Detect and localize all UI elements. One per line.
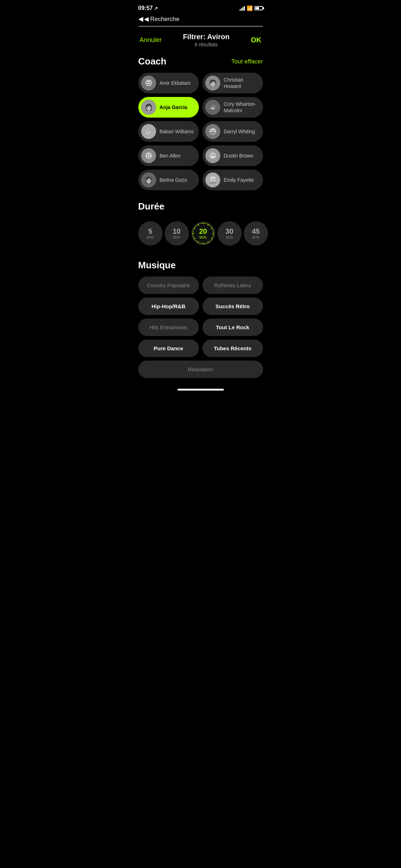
- coach-item-dustin[interactable]: 😁Dustin Brown: [202, 145, 263, 166]
- cancel-button[interactable]: Annuler: [140, 36, 162, 44]
- duration-circle-45[interactable]: 45MIN: [244, 221, 268, 246]
- home-indicator: [131, 382, 270, 394]
- coach-avatar-christian: 🧑: [205, 76, 220, 91]
- music-grid: Country PopulaireRythmes LatinsHip-Hop/R…: [138, 277, 263, 378]
- coach-item-anja[interactable]: 👩Anja Garcia: [138, 97, 199, 118]
- music-item-hiphop[interactable]: Hip-Hop/R&B: [138, 298, 199, 315]
- coach-name-emily: Emily Fayette: [224, 177, 254, 183]
- coach-avatar-anja: 👩: [141, 100, 156, 115]
- coach-avatar-amir: 😊: [141, 76, 156, 91]
- duration-circle-30[interactable]: 30MIN: [217, 221, 242, 246]
- music-item-retro[interactable]: Succès Rétro: [202, 298, 263, 315]
- coach-item-cory[interactable]: 🧢Cory Wharton-Malcolm: [202, 97, 263, 118]
- coach-name-betina: Betina Gozo: [160, 177, 187, 183]
- location-icon: ↗: [154, 6, 158, 11]
- home-bar: [178, 389, 224, 391]
- status-time: 09:57: [138, 5, 153, 11]
- music-item-relax[interactable]: Relaxation: [138, 361, 263, 378]
- coach-item-betina[interactable]: 👩Betina Gozo: [138, 170, 199, 190]
- coach-item-amir[interactable]: 😊Amir Ekbatani: [138, 73, 199, 93]
- music-item-rock[interactable]: Tout Le Rock: [202, 319, 263, 336]
- header-center: Filtrer: Aviron 6 résultats: [183, 33, 230, 47]
- back-label: ◀ Recherche: [144, 15, 180, 23]
- wifi-icon: 📶: [247, 5, 253, 11]
- battery-icon: [255, 6, 263, 10]
- duration-section: Durée 5MIN10MIN20MIN30MIN45MIN: [131, 194, 270, 253]
- coach-title: Coach: [138, 56, 166, 67]
- duration-section-header: Durée: [138, 201, 263, 212]
- back-navigation[interactable]: ◀ ◀ Recherche: [131, 14, 270, 26]
- status-right: 📶: [240, 5, 263, 11]
- duration-circles: 5MIN10MIN20MIN30MIN45MIN: [138, 218, 263, 249]
- coach-grid: 😊Amir Ekbatani🧑Christian Howard👩Anja Gar…: [138, 73, 263, 190]
- coach-name-amir: Amir Ekbatani: [160, 80, 191, 86]
- coach-item-darryl[interactable]: 😄Darryl Whiting: [202, 121, 263, 142]
- clear-all-button[interactable]: Tout effacer: [231, 58, 263, 65]
- coach-item-bakari[interactable]: 💪Bakari Williams: [138, 121, 199, 142]
- coach-section-header: Coach Tout effacer: [138, 56, 263, 67]
- music-section-header: Musique: [138, 260, 263, 271]
- coach-avatar-bakari: 💪: [141, 124, 156, 139]
- signal-bars: [240, 6, 245, 11]
- coach-avatar-ben: 🙂: [141, 148, 156, 163]
- duration-circle-5[interactable]: 5MIN: [138, 221, 163, 246]
- filter-header: Annuler Filtrer: Aviron 6 résultats OK: [131, 29, 270, 49]
- coach-item-ben[interactable]: 🙂Ben Allen: [138, 145, 199, 166]
- coach-name-christian: Christian Howard: [224, 77, 259, 89]
- status-bar: 09:57 ↗ 📶: [131, 0, 270, 14]
- duration-ring-20: 20MIN: [191, 221, 215, 246]
- coach-name-ben: Ben Allen: [160, 153, 181, 159]
- filter-subtitle: 6 résultats: [183, 42, 230, 47]
- music-item-dance[interactable]: Pure Dance: [138, 340, 199, 357]
- coach-name-anja: Anja Garcia: [160, 104, 187, 110]
- coach-item-christian[interactable]: 🧑Christian Howard: [202, 73, 263, 93]
- music-item-country[interactable]: Country Populaire: [138, 277, 199, 294]
- coach-avatar-dustin: 😁: [205, 148, 220, 163]
- coach-avatar-cory: 🧢: [205, 100, 220, 115]
- duration-circle-10[interactable]: 10MIN: [165, 221, 189, 246]
- coach-section: Coach Tout effacer 😊Amir Ekbatani🧑Christ…: [131, 49, 270, 194]
- coach-name-cory: Cory Wharton-Malcolm: [224, 101, 259, 114]
- status-left: 09:57 ↗: [138, 5, 158, 11]
- music-item-latin[interactable]: Rythmes Latins: [202, 277, 263, 294]
- music-title: Musique: [138, 260, 176, 271]
- music-item-recent[interactable]: Tubes Récents: [202, 340, 263, 357]
- coach-avatar-darryl: 😄: [205, 124, 220, 139]
- scroll-indicator: [138, 26, 263, 27]
- coach-name-bakari: Bakari Williams: [160, 128, 194, 135]
- duration-title: Durée: [138, 201, 165, 212]
- music-section: Musique Country PopulaireRythmes LatinsH…: [131, 253, 270, 382]
- ok-button[interactable]: OK: [251, 36, 262, 44]
- filter-title: Filtrer: Aviron: [183, 33, 230, 41]
- coach-name-dustin: Dustin Brown: [224, 153, 253, 159]
- coach-avatar-betina: 👩: [141, 172, 156, 187]
- back-arrow-icon: ◀: [138, 15, 143, 23]
- coach-item-emily[interactable]: 👱Emily Fayette: [202, 170, 263, 190]
- coach-name-darryl: Darryl Whiting: [224, 128, 255, 135]
- music-item-hits[interactable]: Hits Entraînants: [138, 319, 199, 336]
- coach-avatar-emily: 👱: [205, 172, 220, 187]
- duration-circle-20[interactable]: 20MIN: [191, 221, 215, 246]
